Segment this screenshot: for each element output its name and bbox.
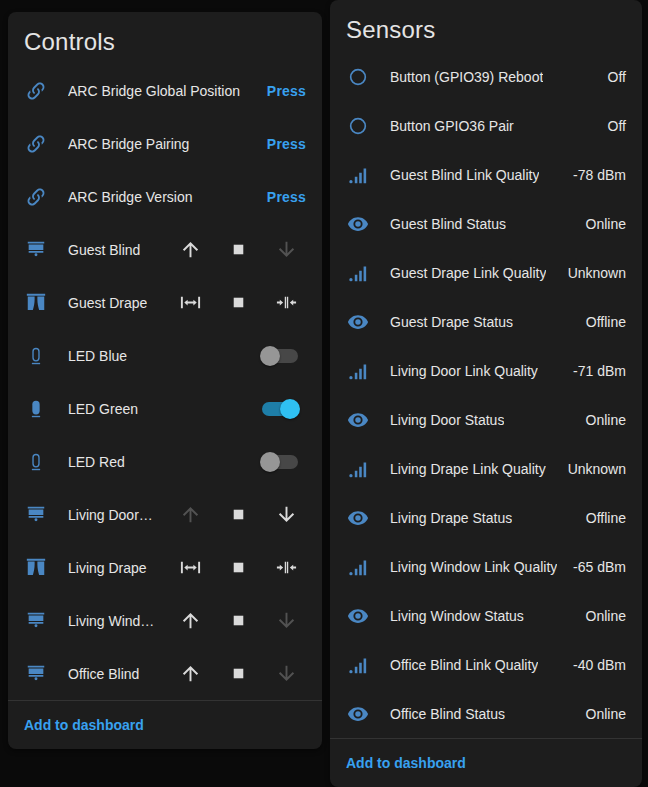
cover-close-button[interactable] — [266, 283, 306, 323]
circle-icon — [346, 114, 370, 138]
control-row[interactable]: LED Green — [24, 382, 306, 435]
signal-icon — [346, 261, 370, 285]
control-row[interactable]: Living Drape — [24, 541, 306, 594]
sensor-row[interactable]: Living Door StatusOnline — [346, 395, 626, 444]
controls-card-footer: Add to dashboard — [8, 700, 322, 749]
controls-add-to-dashboard-link[interactable]: Add to dashboard — [24, 717, 144, 733]
led-icon — [24, 450, 48, 474]
cover-close-button[interactable] — [266, 548, 306, 588]
control-row[interactable]: Living Wind… — [24, 594, 306, 647]
sensor-value: Unknown — [568, 265, 626, 281]
sensor-row[interactable]: Guest Drape StatusOffline — [346, 297, 626, 346]
cover-stop-button[interactable] — [218, 548, 258, 588]
sensor-value: -65 dBm — [573, 559, 626, 575]
cover-down-button[interactable] — [266, 495, 306, 535]
blind-icon — [24, 662, 48, 686]
controls-rows: ARC Bridge Global PositionPressARC Bridg… — [8, 60, 322, 700]
cover-stop-button[interactable] — [218, 495, 258, 535]
sensor-row[interactable]: Office Blind Link Quality-40 dBm — [346, 640, 626, 689]
control-label: Living Door… — [68, 507, 153, 523]
cover-up-button[interactable] — [170, 230, 210, 270]
sensor-row[interactable]: Office Blind StatusOnline — [346, 689, 626, 738]
cover-down-button[interactable] — [266, 601, 306, 641]
sensor-label: Living Door Status — [390, 412, 504, 428]
control-row[interactable]: Guest Drape — [24, 276, 306, 329]
sensor-value: Online — [586, 608, 626, 624]
controls-card-title: Controls — [8, 12, 322, 60]
switch-thumb — [260, 346, 280, 366]
cover-stop-button[interactable] — [218, 601, 258, 641]
signal-icon — [346, 653, 370, 677]
control-row[interactable]: ARC Bridge Global PositionPress — [24, 64, 306, 117]
sensor-row[interactable]: Guest Blind Link Quality-78 dBm — [346, 150, 626, 199]
sensor-label: Office Blind Status — [390, 706, 505, 722]
sensor-value: Offline — [586, 510, 626, 526]
control-actions — [170, 548, 306, 588]
sensor-value: Off — [608, 69, 626, 85]
sensor-value-wrap: Off — [596, 118, 626, 134]
control-label: Office Blind — [68, 666, 139, 682]
sensor-label: Living Drape Status — [390, 510, 512, 526]
sensors-card-title: Sensors — [330, 0, 642, 48]
signal-icon — [346, 555, 370, 579]
cover-down-button[interactable] — [266, 654, 306, 694]
eye-icon — [346, 702, 370, 726]
control-row[interactable]: Living Door… — [24, 488, 306, 541]
sensors-add-to-dashboard-link[interactable]: Add to dashboard — [346, 755, 466, 771]
sensor-value-wrap: Online — [574, 706, 626, 722]
control-row[interactable]: ARC Bridge VersionPress — [24, 170, 306, 223]
sensor-row[interactable]: Guest Blind StatusOnline — [346, 199, 626, 248]
controls-card: Controls ARC Bridge Global PositionPress… — [8, 12, 322, 749]
circle-icon — [346, 65, 370, 89]
press-button[interactable]: Press — [267, 77, 306, 105]
sensors-card: Sensors Button (GPIO39) RebootOffButton … — [330, 0, 642, 787]
control-row[interactable]: Guest Blind — [24, 223, 306, 276]
control-actions: Press — [267, 130, 306, 158]
control-label: ARC Bridge Global Position — [68, 83, 240, 99]
blind-icon — [24, 503, 48, 527]
cover-down-button[interactable] — [266, 230, 306, 270]
control-row[interactable]: LED Red — [24, 435, 306, 488]
cover-stop-button[interactable] — [218, 654, 258, 694]
press-button[interactable]: Press — [267, 130, 306, 158]
sensor-row[interactable]: Living Window Link Quality-65 dBm — [346, 542, 626, 591]
sensor-row[interactable]: Button GPIO36 PairOff — [346, 101, 626, 150]
sensor-row[interactable]: Living Drape Link QualityUnknown — [346, 444, 626, 493]
sensor-row[interactable]: Button (GPIO39) RebootOff — [346, 52, 626, 101]
control-actions — [170, 654, 306, 694]
eye-icon — [346, 604, 370, 628]
led-switch[interactable] — [260, 346, 300, 366]
control-row[interactable]: Office Blind — [24, 647, 306, 700]
curtain-icon — [24, 556, 48, 580]
curtain-icon — [24, 291, 48, 315]
cover-open-button[interactable] — [170, 283, 210, 323]
press-button[interactable]: Press — [267, 183, 306, 211]
blind-icon — [24, 238, 48, 262]
cover-up-button[interactable] — [170, 601, 210, 641]
sensor-row[interactable]: Guest Drape Link QualityUnknown — [346, 248, 626, 297]
sensor-value-wrap: -78 dBm — [561, 167, 626, 183]
link-icon — [24, 185, 48, 209]
cover-open-button[interactable] — [170, 548, 210, 588]
sensor-row[interactable]: Living Drape StatusOffline — [346, 493, 626, 542]
switch-thumb — [280, 399, 300, 419]
cover-stop-button[interactable] — [218, 230, 258, 270]
sensor-value: -40 dBm — [573, 657, 626, 673]
control-row[interactable]: LED Blue — [24, 329, 306, 382]
sensor-label: Office Blind Link Quality — [390, 657, 538, 673]
eye-icon — [346, 310, 370, 334]
cover-stop-button[interactable] — [218, 283, 258, 323]
control-row[interactable]: ARC Bridge PairingPress — [24, 117, 306, 170]
sensor-value: Online — [586, 706, 626, 722]
sensor-value: Online — [586, 412, 626, 428]
cover-up-button[interactable] — [170, 495, 210, 535]
sensor-label: Living Door Link Quality — [390, 363, 538, 379]
sensor-row[interactable]: Living Window StatusOnline — [346, 591, 626, 640]
cover-up-button[interactable] — [170, 654, 210, 694]
sensor-label: Button (GPIO39) Reboot — [390, 69, 543, 85]
led-switch[interactable] — [260, 452, 300, 472]
sensor-value-wrap: Online — [574, 608, 626, 624]
sensor-row[interactable]: Living Door Link Quality-71 dBm — [346, 346, 626, 395]
control-label: Guest Blind — [68, 242, 140, 258]
led-switch[interactable] — [260, 399, 300, 419]
